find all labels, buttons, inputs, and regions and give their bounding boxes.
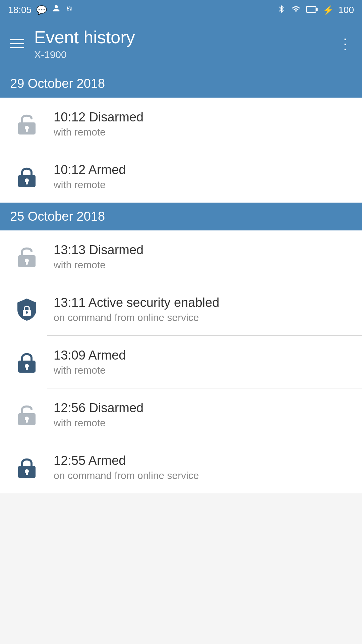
list-item: 13:13 Disarmedwith remote — [0, 230, 362, 283]
lock-closed-icon — [10, 345, 44, 379]
event-list-1: 13:13 Disarmedwith remote 13:11 Active s… — [0, 230, 362, 493]
lock-open-icon — [10, 107, 44, 141]
lock-closed-icon — [10, 160, 44, 193]
svg-rect-16 — [26, 367, 28, 370]
shield-icon — [10, 292, 44, 326]
person-icon — [52, 4, 61, 16]
event-content-text: 12:55 Armedon command from online servic… — [54, 453, 352, 481]
bluetooth-icon — [277, 5, 286, 16]
list-item: 13:09 Armedwith remote — [0, 336, 362, 388]
event-title: 12:55 Armed — [54, 453, 352, 468]
svg-rect-0 — [307, 6, 316, 12]
event-content-text: 13:09 Armedwith remote — [54, 348, 352, 376]
battery-outline-icon — [306, 5, 318, 15]
svg-rect-13 — [26, 313, 27, 314]
list-item: 13:11 Active security enabledon command … — [0, 283, 362, 335]
event-title: 13:11 Active security enabled — [54, 296, 352, 310]
event-subtitle: with remote — [54, 417, 352, 429]
list-item: 12:55 Armedon command from online servic… — [0, 441, 362, 493]
list-item: 10:12 Armedwith remote — [0, 150, 362, 203]
svg-rect-1 — [316, 7, 318, 11]
lock-open-icon — [10, 398, 44, 431]
list-item: 12:56 Disarmedwith remote — [0, 388, 362, 441]
svg-rect-10 — [26, 261, 28, 265]
menu-button[interactable] — [10, 39, 24, 48]
app-bar: Event history X-1900 ⋮ — [0, 20, 362, 70]
event-subtitle: with remote — [54, 179, 352, 191]
svg-rect-7 — [26, 181, 28, 184]
message-icon: 💬 — [36, 5, 47, 15]
event-content-text: 13:11 Active security enabledon command … — [54, 296, 352, 323]
event-subtitle: with remote — [54, 259, 352, 271]
app-bar-subtitle: X-1900 — [34, 49, 338, 60]
date-header-0: 29 October 2018 — [0, 70, 362, 98]
event-title: 12:56 Disarmed — [54, 401, 352, 415]
svg-rect-22 — [26, 472, 28, 475]
status-bar: 18:05 💬 ⚡ — [0, 0, 362, 20]
lock-closed-icon — [10, 450, 44, 484]
svg-rect-19 — [26, 419, 28, 423]
status-time: 18:05 — [8, 5, 32, 15]
svg-rect-4 — [26, 128, 28, 132]
date-header-1: 25 October 2018 — [0, 203, 362, 230]
usb-icon — [66, 5, 74, 16]
event-title: 13:09 Armed — [54, 348, 352, 363]
more-options-button[interactable]: ⋮ — [338, 35, 352, 52]
event-subtitle: with remote — [54, 365, 352, 376]
lock-open-icon — [10, 240, 44, 273]
app-bar-title-area: Event history X-1900 — [34, 27, 338, 60]
battery-level: 100 — [338, 5, 354, 15]
event-content-text: 12:56 Disarmedwith remote — [54, 401, 352, 429]
event-content-text: 13:13 Disarmedwith remote — [54, 243, 352, 271]
wifi-icon — [291, 5, 301, 16]
bolt-icon: ⚡ — [323, 5, 334, 15]
list-item: 10:12 Disarmedwith remote — [0, 98, 362, 150]
event-content: 29 October 2018 10:12 Disarmedwith remot… — [0, 70, 362, 493]
event-list-0: 10:12 Disarmedwith remote 10:12 Armedwit… — [0, 98, 362, 203]
event-content-text: 10:12 Disarmedwith remote — [54, 110, 352, 138]
event-title: 10:12 Disarmed — [54, 110, 352, 124]
app-bar-title: Event history — [34, 27, 338, 48]
event-subtitle: on command from online service — [54, 470, 352, 481]
event-subtitle: with remote — [54, 126, 352, 138]
status-right: ⚡ 100 — [277, 5, 354, 16]
event-title: 13:13 Disarmed — [54, 243, 352, 257]
event-content-text: 10:12 Armedwith remote — [54, 163, 352, 191]
event-subtitle: on command from online service — [54, 312, 352, 323]
status-left: 18:05 💬 — [8, 4, 74, 16]
event-title: 10:12 Armed — [54, 163, 352, 177]
